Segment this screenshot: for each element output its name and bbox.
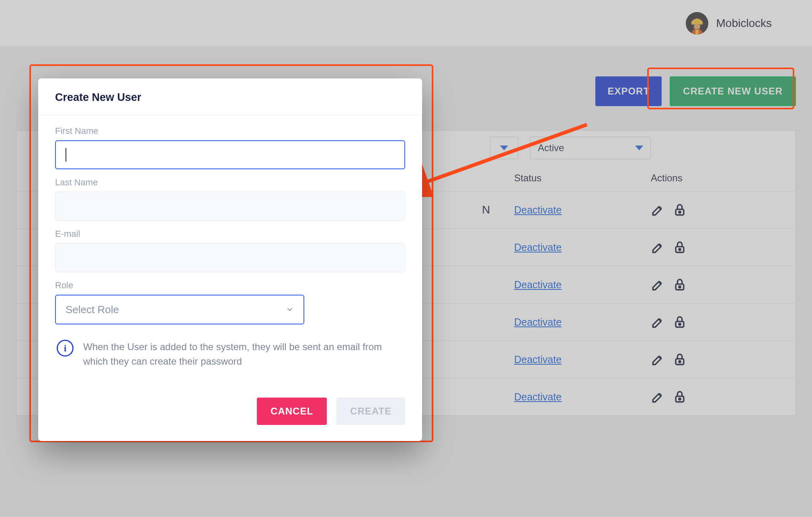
first-name-label: First Name [55, 126, 405, 136]
role-placeholder: Select Role [66, 304, 119, 316]
svg-point-11 [679, 324, 681, 325]
modal-title: Create New User [55, 91, 405, 104]
column-header-status: Status [514, 172, 651, 184]
column-header-actions: Actions [651, 172, 787, 184]
deactivate-link[interactable]: Deactivate [514, 316, 562, 328]
edit-icon[interactable] [651, 315, 665, 329]
lock-icon[interactable] [673, 277, 687, 292]
svg-point-13 [679, 361, 681, 363]
lock-icon[interactable] [673, 390, 687, 404]
edit-icon[interactable] [651, 277, 665, 292]
lock-icon[interactable] [673, 203, 687, 217]
info-text: When the User is added to the system, th… [83, 340, 404, 369]
create-button[interactable]: CREATE [336, 398, 405, 425]
modal-body: First Name Last Name E-mail Role Select … [38, 115, 422, 385]
chevron-down-icon [286, 306, 294, 314]
role-label: Role [55, 280, 405, 291]
status-filter-dropdown[interactable]: Active [530, 137, 651, 159]
deactivate-link[interactable]: Deactivate [514, 242, 562, 253]
filter-dropdown-partial[interactable] [490, 137, 518, 159]
edit-icon[interactable] [651, 240, 665, 254]
cancel-button[interactable]: CANCEL [257, 398, 327, 425]
app-header: Mobiclocks [0, 0, 812, 46]
avatar[interactable] [686, 12, 708, 35]
row-fragment: N [482, 203, 514, 216]
svg-point-2 [694, 23, 700, 30]
last-name-input[interactable] [55, 192, 405, 221]
deactivate-link[interactable]: Deactivate [514, 391, 562, 402]
export-button[interactable]: EXPORT [595, 76, 662, 106]
svg-point-7 [679, 249, 681, 250]
deactivate-link[interactable]: Deactivate [514, 354, 562, 365]
email-input[interactable] [55, 243, 405, 272]
create-user-modal: Create New User First Name Last Name E-m… [38, 78, 422, 441]
last-name-label: Last Name [55, 177, 405, 188]
lock-icon[interactable] [673, 315, 687, 329]
svg-point-5 [679, 211, 681, 213]
info-icon: i [57, 340, 74, 357]
svg-point-9 [679, 286, 681, 288]
create-new-user-button[interactable]: CREATE NEW USER [670, 76, 796, 106]
lock-icon[interactable] [673, 240, 687, 254]
chevron-down-icon [635, 146, 643, 150]
text-cursor [66, 148, 66, 162]
role-select[interactable]: Select Role [55, 295, 304, 324]
user-name[interactable]: Mobiclocks [716, 17, 772, 30]
lock-icon[interactable] [673, 352, 687, 367]
avatar-icon [686, 12, 708, 35]
status-filter-value: Active [538, 142, 564, 154]
chevron-down-icon [500, 146, 508, 150]
svg-point-15 [679, 398, 681, 400]
edit-icon[interactable] [651, 390, 665, 404]
info-message: i When the User is added to the system, … [55, 332, 405, 381]
edit-icon[interactable] [651, 352, 665, 367]
modal-header: Create New User [38, 78, 422, 115]
deactivate-link[interactable]: Deactivate [514, 204, 562, 215]
deactivate-link[interactable]: Deactivate [514, 279, 562, 290]
edit-icon[interactable] [651, 203, 665, 217]
modal-footer: CANCEL CREATE [38, 385, 422, 441]
email-label: E-mail [55, 229, 405, 239]
first-name-input[interactable] [55, 140, 405, 169]
svg-rect-3 [695, 30, 699, 35]
